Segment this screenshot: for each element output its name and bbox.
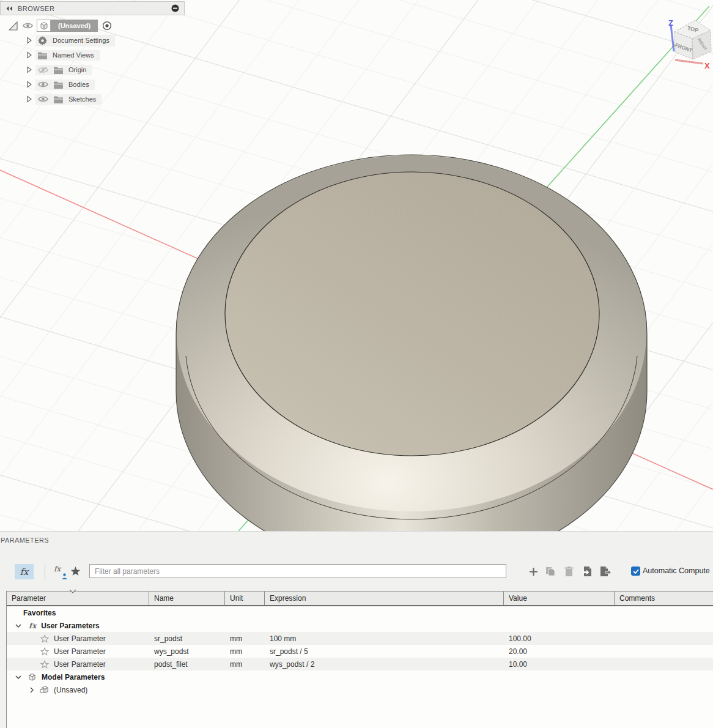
column-header-value[interactable]: Value (504, 592, 615, 605)
favorite-star-icon[interactable] (40, 660, 49, 669)
toolbar-separator (45, 565, 45, 579)
browser-row-document-settings[interactable]: Document Settings (23, 34, 190, 46)
copy-parameter-icon[interactable] (545, 566, 556, 577)
visibility-off-eye-icon[interactable] (38, 66, 48, 74)
column-header-name[interactable]: Name (149, 592, 225, 605)
model-unsaved-label: (Unsaved) (54, 686, 87, 694)
parameter-unit[interactable]: mm (225, 634, 265, 643)
parameters-title: PARAMETERS (1, 537, 49, 544)
model-body[interactable] (176, 155, 647, 531)
table-group-favorites: Favorites (7, 606, 713, 619)
browser-item-label[interactable]: Sketches (68, 95, 96, 103)
expand-root-icon[interactable] (9, 21, 18, 31)
parameter-value: 100.00 (504, 634, 615, 643)
table-group-user-parameters[interactable]: fx User Parameters (7, 619, 713, 632)
viewcube-x-label: X (704, 61, 710, 70)
parameter-expression[interactable]: 100 mm (265, 634, 504, 643)
filter-parameters-input[interactable] (89, 564, 506, 578)
browser-row-named-views[interactable]: Named Views (23, 49, 190, 61)
favorites-group-label: Favorites (7, 609, 149, 617)
browser-row-bodies[interactable]: Bodies (23, 78, 190, 91)
parameter-name[interactable]: wys_podst (149, 647, 225, 656)
parameter-type-label: User Parameter (54, 634, 106, 643)
user-parameters-filter-button[interactable]: fx (15, 564, 34, 579)
parameter-row-wys-podst[interactable]: User Parameter wys_podst mm sr_podst / 5… (7, 645, 713, 658)
browser-panel: BROWSER (Unsaved) Document Settings (0, 1, 190, 105)
activate-component-radio-icon[interactable] (102, 21, 112, 31)
browser-item-label[interactable]: Document Settings (53, 37, 109, 44)
column-header-parameter[interactable]: Parameter (7, 592, 149, 605)
visibility-eye-icon[interactable] (38, 81, 48, 88)
browser-item-label[interactable]: Origin (68, 66, 86, 73)
table-group-model-parameters[interactable]: Model Parameters (7, 670, 713, 683)
add-parameter-plus-icon[interactable] (528, 566, 539, 577)
parameters-table: Parameter Name Unit Expression Value Com… (6, 591, 713, 728)
browser-item-label[interactable]: Bodies (68, 81, 89, 88)
parameter-type-label: User Parameter (54, 660, 106, 669)
browser-item-label[interactable]: Named Views (53, 51, 94, 59)
expand-chevron-icon[interactable] (23, 66, 35, 73)
favorite-star-icon[interactable] (40, 647, 49, 656)
parameter-value: 20.00 (504, 647, 615, 656)
root-visibility-eye-icon[interactable] (23, 22, 33, 29)
minimize-browser-icon[interactable] (171, 4, 179, 12)
expand-chevron-icon[interactable] (23, 95, 35, 103)
favorites-filter-star-icon[interactable] (70, 566, 81, 576)
expand-chevron-icon[interactable] (23, 51, 35, 59)
component-cube-icon (28, 673, 37, 682)
user-parameter-fx-button[interactable]: fx (53, 565, 67, 579)
model-top-face[interactable] (225, 172, 599, 456)
browser-root-row[interactable]: (Unsaved) (9, 20, 190, 32)
expand-chevron-icon[interactable] (30, 687, 34, 693)
sort-chevron-icon[interactable] (69, 589, 76, 593)
parameter-expression[interactable]: wys_podst / 2 (265, 660, 504, 669)
folder-icon (54, 66, 63, 74)
parameters-toolbar: fx fx Automatic Compute (0, 564, 713, 580)
gear-icon (38, 36, 47, 45)
visibility-eye-icon[interactable] (38, 95, 48, 103)
parameter-type-label: User Parameter (54, 647, 106, 656)
collapse-group-chevron-icon[interactable] (15, 624, 21, 628)
folder-icon (54, 81, 63, 89)
expand-chevron-icon[interactable] (23, 81, 35, 88)
parameter-name[interactable]: sr_podst (149, 634, 225, 643)
user-parameters-group-label: User Parameters (41, 622, 99, 630)
parameter-row-podst-filet[interactable]: User Parameter podst_filet mm wys_podst … (7, 658, 713, 670)
fx-group-icon: fx (29, 622, 36, 630)
collapse-group-chevron-icon[interactable] (15, 675, 21, 679)
expand-chevron-icon[interactable] (23, 37, 35, 44)
table-row-model-unsaved[interactable]: (Unsaved) (7, 683, 713, 696)
collapse-panel-icon[interactable] (6, 6, 13, 12)
import-parameters-icon[interactable] (582, 566, 593, 577)
viewcube-z-label: Z (668, 18, 673, 28)
browser-row-origin[interactable]: Origin (23, 64, 190, 76)
document-name-label[interactable]: (Unsaved) (51, 20, 98, 32)
favorite-star-icon[interactable] (40, 634, 49, 643)
user-person-icon (62, 573, 67, 579)
table-header-row: Parameter Name Unit Expression Value Com… (7, 591, 713, 606)
export-parameters-icon[interactable] (600, 566, 611, 577)
component-cube-icon (37, 20, 51, 32)
parameters-dialog: PARAMETERS fx fx A (0, 531, 713, 728)
parameter-expression[interactable]: sr_podst / 5 (265, 647, 504, 656)
parameter-row-sr-podst[interactable]: User Parameter sr_podst mm 100 mm 100.00 (7, 632, 713, 645)
column-header-expression[interactable]: Expression (265, 592, 504, 605)
folder-icon (38, 51, 47, 59)
folder-icon (54, 95, 63, 103)
browser-header[interactable]: BROWSER (0, 1, 185, 15)
browser-row-sketches[interactable]: Sketches (23, 93, 190, 105)
column-header-comments[interactable]: Comments (615, 592, 712, 605)
model-parameters-group-label: Model Parameters (42, 673, 105, 682)
automatic-compute-label[interactable]: Automatic Compute (643, 566, 710, 575)
body-icon (40, 685, 50, 694)
parameter-name[interactable]: podst_filet (149, 660, 225, 669)
parameter-unit[interactable]: mm (225, 660, 265, 669)
parameter-value: 10.00 (504, 660, 615, 669)
browser-title: BROWSER (18, 5, 171, 12)
delete-parameter-trash-icon[interactable] (563, 566, 574, 577)
automatic-compute-checkbox[interactable] (631, 566, 640, 576)
column-header-unit[interactable]: Unit (225, 592, 265, 605)
parameter-unit[interactable]: mm (225, 647, 265, 656)
